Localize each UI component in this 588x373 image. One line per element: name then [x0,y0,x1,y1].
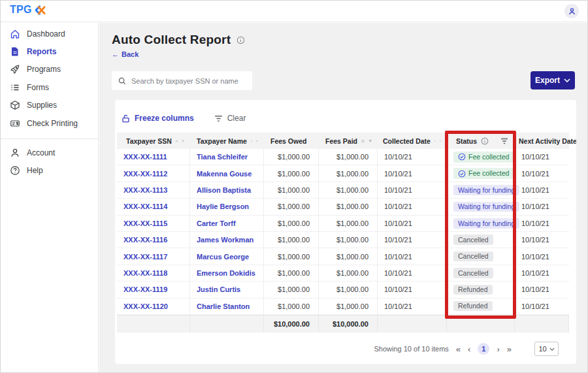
filter-icon[interactable] [500,137,509,146]
table-row: XXX-XX-1113 Allison Baptista $1,000.00 $… [117,182,569,199]
app-window: TPG Dashboard [0,0,588,373]
taxpayer-ssn-link[interactable]: XXX-XX-1113 [117,182,190,198]
report-card: Freeze columns Clear Taxpayer SSN [115,100,576,364]
taxpayer-ssn-link[interactable]: XXX-XX-1112 [117,165,190,181]
tpg-logo[interactable]: TPG [10,4,46,16]
sidebar-item-account[interactable]: Account [1,144,98,161]
sidebar-item-check-printing[interactable]: Check Printing [1,114,98,132]
status-badge: Cancelled [453,251,493,262]
main-content: Auto Collect Report ← Back Export [99,23,587,372]
filter-icon[interactable] [440,137,441,146]
table-row: XXX-XX-1118 Emerson Dokidis $1,000.00 $1… [117,265,569,282]
status-cell: Waiting for funding [447,182,515,198]
next-page-button[interactable]: › [497,345,499,353]
taxpayer-ssn-link[interactable]: XXX-XX-1119 [117,282,190,297]
filter-icon[interactable] [182,137,184,146]
taxpayer-name-link[interactable]: Carter Torff [190,216,264,231]
page-size-select[interactable]: 10 [534,342,559,356]
fees-paid-cell: $1,000.00 [319,282,378,297]
sidebar-item-reports[interactable]: Reports [1,42,98,60]
status-badge: Fee collected [453,152,514,163]
taxpayer-name-link[interactable]: Charlie Stanton [190,299,264,314]
table-row: XXX-XX-1114 Haylie Bergson $1,000.00 $1,… [117,199,569,215]
info-icon[interactable] [251,137,252,145]
check-circle-icon [458,170,466,178]
person-icon [10,148,20,158]
status-badge: Refunded [453,285,493,295]
collected-date-cell: 10/10/21 [378,299,447,314]
info-icon[interactable] [237,36,245,44]
next-activity-date-cell: 10/10/21 [515,248,569,264]
info-icon[interactable] [176,137,178,145]
taxpayer-ssn-link[interactable]: XXX-XX-1117 [117,248,190,264]
table-row: XXX-XX-1115 Carter Torff $1,000.00 $1,00… [117,216,569,232]
status-cell: Waiting for funding [447,199,515,214]
collected-date-cell: 10/10/21 [378,165,447,181]
sidebar-item-label: Forms [27,83,49,92]
last-page-button[interactable]: » [507,345,512,353]
tpg-logo-text: TPG [10,4,32,16]
taxpayer-name-link[interactable]: James Workman [190,232,264,248]
list-icon [10,82,20,93]
table-header-row: Taxpayer SSN Taxpayer Name [117,133,569,149]
taxpayer-ssn-link[interactable]: XXX-XX-1116 [117,232,190,248]
export-button[interactable]: Export [531,71,575,89]
user-avatar-button[interactable] [564,4,579,18]
collected-date-cell: 10/10/21 [378,149,447,165]
taxpayer-name-link[interactable]: Tiana Schleifer [190,149,264,165]
pagination: Showing 10 of 10 items « ‹ 1 › » 10 [374,342,559,356]
pagination-summary: Showing 10 of 10 items [374,345,448,353]
check-circle-icon [458,153,466,161]
taxpayer-ssn-link[interactable]: XXX-XX-1120 [117,299,190,314]
status-cell: Cancelled [447,248,515,264]
taxpayer-name-link[interactable]: Haylie Bergson [190,199,264,214]
fees-owed-cell: $1,000.00 [264,265,319,281]
sidebar-item-programs[interactable]: Programs [1,61,98,78]
search-input[interactable] [131,77,246,85]
table-row: XXX-XX-1120 Charlie Stanton $1,000.00 $1… [117,299,569,315]
taxpayer-name-link[interactable]: Marcus George [190,248,264,264]
fees-paid-cell: $1,000.00 [319,232,378,248]
taxpayer-name-link[interactable]: Justin Curtis [190,282,264,297]
fees-paid-cell: $1,000.00 [319,216,378,231]
sidebar-item-forms[interactable]: Forms [1,78,98,96]
taxpayer-name-link[interactable]: Makenna Gouse [190,165,264,181]
collected-date-cell: 10/10/21 [378,248,447,264]
sidebar-item-dashboard[interactable]: Dashboard [1,25,98,42]
current-page-button[interactable]: 1 [478,343,489,355]
clear-filters-button[interactable]: Clear [214,114,246,123]
taxpayer-ssn-link[interactable]: XXX-XX-1118 [117,265,190,281]
status-cell: Fee collected [447,149,515,165]
info-icon[interactable] [434,137,436,145]
fees-paid-cell: $1,000.00 [319,248,378,264]
sidebar: Dashboard Reports Programs Forms [1,23,99,372]
info-icon[interactable] [361,137,365,145]
status-cell: Refunded [447,299,515,314]
prev-page-button[interactable]: ‹ [468,345,470,353]
sidebar-item-supplies[interactable]: Supplies [1,97,98,114]
chevron-down-icon [549,348,555,351]
help-icon [10,165,20,176]
next-activity-date-cell: 10/10/21 [515,232,569,248]
taxpayer-name-link[interactable]: Emerson Dokidis [190,265,264,281]
info-icon[interactable] [481,137,489,145]
sidebar-item-label: Supplies [27,101,57,110]
first-page-button[interactable]: « [456,345,461,353]
collected-date-cell: 10/10/21 [378,282,447,297]
next-activity-date-cell: 10/10/21 [515,216,569,231]
taxpayer-ssn-link[interactable]: XXX-XX-1111 [117,149,190,165]
taxpayer-name-link[interactable]: Allison Baptista [190,182,264,198]
filter-icon[interactable] [256,137,258,146]
total-fees-owed: $10,000.00 [264,316,319,332]
auto-collect-table: Taxpayer SSN Taxpayer Name [117,133,569,332]
taxpayer-ssn-link[interactable]: XXX-XX-1114 [117,199,190,214]
freeze-columns-button[interactable]: Freeze columns [121,114,194,123]
status-badge: Waiting for funding [453,202,519,212]
taxpayer-ssn-link[interactable]: XXX-XX-1115 [117,216,190,231]
rocket-icon [10,64,20,74]
filter-icon[interactable] [368,137,372,146]
sidebar-item-help[interactable]: Help [1,162,98,180]
fees-paid-cell: $1,000.00 [319,165,378,181]
fees-paid-cell: $1,000.00 [319,199,378,214]
back-button[interactable]: ← Back [112,50,139,58]
